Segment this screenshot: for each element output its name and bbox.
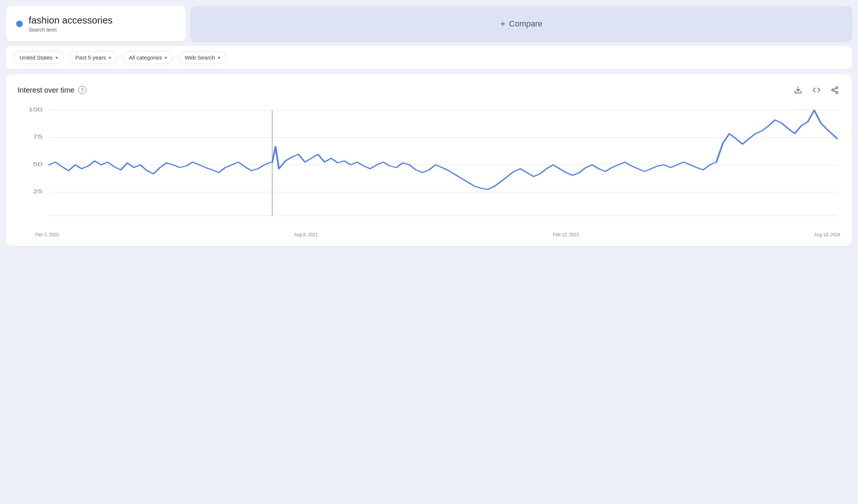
search-term-card: fashion accessories Search term (6, 6, 186, 42)
compare-plus-icon: + (500, 19, 505, 29)
x-label-2: Aug 8, 2021 (294, 232, 318, 237)
filter-time-label: Past 5 years (75, 54, 106, 61)
x-label-4: Aug 18, 2024 (814, 232, 840, 237)
share-icon (831, 86, 839, 94)
svg-line-4 (834, 91, 836, 92)
search-term-sublabel: Search term (29, 27, 112, 33)
x-label-1: Feb 2, 2020 (35, 232, 59, 237)
search-term-title: fashion accessories (29, 15, 112, 26)
interest-over-time-chart: 100 75 50 25 (18, 104, 840, 229)
search-text-block: fashion accessories Search term (29, 15, 112, 33)
filter-category[interactable]: All categories ▾ (122, 51, 173, 64)
filter-category-label: All categories (129, 54, 162, 61)
filter-location[interactable]: United States ▾ (13, 51, 64, 64)
download-icon (794, 86, 802, 94)
svg-text:100: 100 (28, 107, 43, 112)
filter-row: United States ▾ Past 5 years ▾ All categ… (6, 46, 852, 69)
svg-line-5 (834, 88, 836, 90)
filter-location-label: United States (19, 54, 53, 61)
chevron-down-icon: ▾ (56, 55, 58, 60)
chart-header: Interest over time ? (18, 84, 840, 96)
compare-label: Compare (509, 19, 542, 29)
help-icon[interactable]: ? (78, 86, 86, 94)
filter-search-type[interactable]: Web Search ▾ (178, 51, 226, 64)
embed-icon (812, 86, 821, 94)
share-button[interactable] (829, 84, 840, 96)
svg-text:25: 25 (33, 189, 43, 194)
compare-card[interactable]: + Compare (190, 6, 852, 42)
chart-area: 100 75 50 25 (18, 104, 840, 229)
chart-title-group: Interest over time ? (18, 86, 86, 94)
svg-text:75: 75 (33, 134, 43, 140)
chevron-down-icon: ▾ (109, 55, 111, 60)
chart-card: Interest over time ? (6, 74, 852, 246)
chevron-down-icon: ▾ (218, 55, 220, 60)
download-button[interactable] (793, 84, 804, 96)
x-axis-labels: Feb 2, 2020 Aug 8, 2021 Feb 12, 2023 Aug… (18, 229, 840, 237)
x-label-3: Feb 12, 2023 (553, 232, 579, 237)
svg-text:50: 50 (33, 162, 43, 167)
chevron-down-icon: ▾ (165, 55, 167, 60)
embed-button[interactable] (811, 84, 822, 96)
filter-time[interactable]: Past 5 years ▾ (69, 51, 117, 64)
search-dot-indicator (16, 21, 23, 27)
chart-title: Interest over time (18, 86, 75, 94)
chart-actions (793, 84, 840, 96)
filter-search-type-label: Web Search (185, 54, 215, 61)
